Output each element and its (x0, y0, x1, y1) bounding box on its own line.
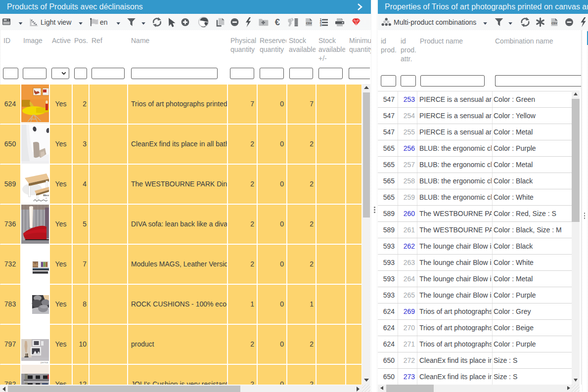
svg-text:in: in (45, 197, 47, 199)
svg-text:CSV: CSV (551, 22, 557, 25)
svg-text:CSV: CSV (306, 22, 312, 25)
svg-text:persa: persa (41, 361, 48, 364)
svg-text:€: € (275, 17, 280, 27)
svg-text:3: 3 (320, 23, 322, 27)
